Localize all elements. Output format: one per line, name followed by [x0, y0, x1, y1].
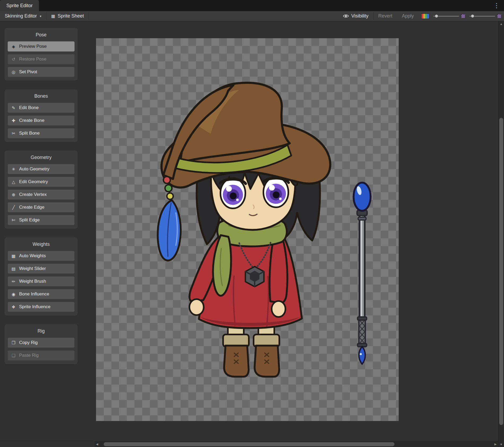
- witch-character-sprite: [158, 83, 330, 377]
- button-label: Auto Weights: [19, 253, 46, 259]
- sprite-influence-icon: ❖: [11, 304, 16, 310]
- vertical-scrollbar-track[interactable]: [498, 27, 504, 442]
- skinning-editor-label: Skinning Editor: [5, 13, 37, 19]
- vertical-scrollbar-thumb[interactable]: [499, 118, 503, 425]
- button-label: Create Edge: [19, 205, 44, 210]
- button-label: Create Vertex: [19, 192, 47, 197]
- panel-rig: Rig ❐ Copy Rig ❏ Paste Rig: [4, 324, 78, 364]
- copy-rig-icon: ❐: [11, 340, 16, 345]
- eye-icon: [343, 14, 349, 18]
- auto-weights-icon: ▦: [11, 253, 16, 259]
- brightness-slider[interactable]: [433, 11, 459, 21]
- tab-sprite-editor[interactable]: Sprite Editor: [0, 0, 39, 11]
- visibility-button[interactable]: Visibility: [338, 11, 373, 21]
- skinning-editor-dropdown[interactable]: Skinning Editor ▾: [0, 11, 46, 21]
- create-edge-button[interactable]: ╱ Create Edge: [8, 202, 75, 212]
- horizontal-scrollbar[interactable]: ◀ ▶: [94, 441, 498, 447]
- restore-pose-button[interactable]: ↺ Restore Pose: [8, 54, 75, 64]
- button-label: Set Pivot: [19, 69, 37, 75]
- button-label: Split Bone: [19, 131, 40, 136]
- split-bone-button[interactable]: ✂ Split Bone: [8, 128, 75, 138]
- panel-pose: Pose ◈ Preview Pose ↺ Restore Pose ◎ Set…: [4, 28, 78, 81]
- edit-bone-icon: ✎: [11, 105, 16, 110]
- sprite-influence-button[interactable]: ❖ Sprite Influence: [8, 302, 75, 312]
- tool-sidebar: Pose ◈ Preview Pose ↺ Restore Pose ◎ Set…: [4, 28, 78, 364]
- horizontal-scrollbar-track[interactable]: [100, 441, 493, 447]
- edit-geometry-icon: △: [11, 179, 16, 184]
- tab-title: Sprite Editor: [6, 3, 33, 8]
- apply-button[interactable]: Apply: [397, 11, 419, 21]
- visibility-label: Visibility: [351, 13, 368, 19]
- sprite-sheet-label: Sprite Sheet: [58, 13, 84, 19]
- alpha-slider-knob[interactable]: [471, 14, 474, 18]
- paste-rig-icon: ❏: [11, 353, 16, 358]
- paste-rig-button[interactable]: ❏ Paste Rig: [8, 350, 75, 360]
- weight-brush-icon: ✏: [11, 279, 16, 284]
- create-bone-button[interactable]: ✚ Create Bone: [8, 115, 75, 126]
- preview-pose-button[interactable]: ◈ Preview Pose: [8, 41, 75, 51]
- button-label: Weight Slider: [19, 266, 46, 271]
- split-edge-icon: ✄: [11, 218, 16, 223]
- button-label: Preview Pose: [19, 44, 47, 49]
- staff-sprite: [354, 183, 371, 364]
- restore-pose-icon: ↺: [11, 57, 16, 62]
- button-label: Create Bone: [19, 118, 44, 123]
- character-sprite: [96, 38, 399, 421]
- horizontal-scrollbar-thumb[interactable]: [104, 442, 395, 446]
- sprite-sheet-grid-icon: ▦: [51, 14, 55, 19]
- scroll-left-icon[interactable]: ◀: [94, 441, 100, 447]
- panel-weights-title: Weights: [8, 239, 75, 251]
- color-channels-icon[interactable]: [421, 14, 429, 19]
- panel-geometry: Geometry ✳ Auto Geometry △ Edit Geometry…: [4, 150, 78, 229]
- edit-geometry-button[interactable]: △ Edit Geometry: [8, 177, 75, 187]
- revert-button[interactable]: Revert: [373, 11, 397, 21]
- create-vertex-button[interactable]: ⊕ Create Vertex: [8, 190, 75, 200]
- window-menu-icon[interactable]: ⋮: [491, 0, 502, 11]
- sprite-sheet-button[interactable]: ▦ Sprite Sheet: [46, 11, 89, 21]
- preview-pose-icon: ◈: [11, 44, 16, 49]
- vertical-scrollbar[interactable]: ▲ ▼: [498, 21, 504, 447]
- panel-geometry-title: Geometry: [8, 153, 75, 164]
- toolbar: Skinning Editor ▾ ▦ Sprite Sheet Visibil…: [0, 11, 504, 21]
- button-label: Copy Rig: [19, 340, 38, 345]
- auto-geometry-icon: ✳: [11, 167, 16, 172]
- button-label: Auto Geometry: [19, 166, 49, 172]
- window-tab-bar: Sprite Editor ⋮: [0, 0, 504, 11]
- copy-rig-button[interactable]: ❐ Copy Rig: [8, 338, 75, 348]
- alpha-checker-icon-2[interactable]: [497, 14, 501, 18]
- set-pivot-icon: ◎: [11, 70, 16, 75]
- sprite-canvas[interactable]: [96, 38, 399, 421]
- edit-bone-button[interactable]: ✎ Edit Bone: [8, 103, 75, 113]
- scroll-right-icon[interactable]: ▶: [493, 441, 498, 447]
- weight-brush-button[interactable]: ✏ Weight Brush: [8, 276, 75, 286]
- alpha-checker-icon[interactable]: [461, 14, 465, 18]
- button-label: Weight Brush: [19, 279, 46, 284]
- scroll-up-icon[interactable]: ▲: [498, 21, 504, 27]
- scroll-down-icon[interactable]: ▼: [498, 442, 504, 447]
- alpha-slider[interactable]: [470, 11, 495, 21]
- create-vertex-icon: ⊕: [11, 192, 16, 197]
- create-bone-icon: ✚: [11, 118, 16, 123]
- weight-slider-button[interactable]: ▤ Weight Slider: [8, 264, 75, 274]
- button-label: Restore Pose: [19, 57, 46, 62]
- create-edge-icon: ╱: [11, 205, 16, 210]
- bone-influence-button[interactable]: ◉ Bone Influence: [8, 289, 75, 299]
- button-label: Paste Rig: [19, 353, 39, 358]
- panel-rig-title: Rig: [8, 326, 75, 338]
- footer-divider: [0, 441, 94, 441]
- toolbar-separator: [89, 12, 89, 20]
- sprite-editor-window: Sprite Editor ⋮ Skinning Editor ▾ ▦ Spri…: [0, 0, 504, 447]
- weight-slider-icon: ▤: [11, 266, 16, 271]
- brightness-slider-knob[interactable]: [435, 14, 438, 18]
- panel-bones-title: Bones: [8, 91, 75, 103]
- panel-pose-title: Pose: [8, 30, 75, 41]
- split-edge-button[interactable]: ✄ Split Edge: [8, 215, 75, 225]
- button-label: Bone Influence: [19, 291, 49, 297]
- auto-geometry-button[interactable]: ✳ Auto Geometry: [8, 164, 75, 174]
- auto-weights-button[interactable]: ▦ Auto Weights: [8, 251, 75, 261]
- toolbar-left-group: Skinning Editor ▾ ▦ Sprite Sheet: [0, 11, 89, 21]
- apply-label: Apply: [402, 13, 414, 19]
- panel-weights: Weights ▦ Auto Weights ▤ Weight Slider ✏…: [4, 237, 78, 316]
- revert-label: Revert: [378, 13, 392, 19]
- set-pivot-button[interactable]: ◎ Set Pivot: [8, 67, 75, 77]
